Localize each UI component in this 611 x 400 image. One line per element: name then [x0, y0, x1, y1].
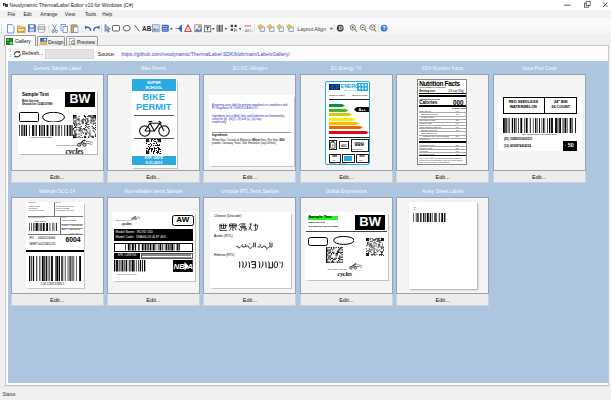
svg-text:AB: AB: [142, 25, 152, 32]
svg-text:?: ?: [383, 26, 386, 32]
svg-text:cycles: cycles: [338, 269, 353, 276]
svg-text:Layout Align: Layout Align: [298, 26, 326, 32]
svg-text:A++: A++: [358, 107, 366, 111]
svg-text:cycles: cycles: [66, 147, 84, 155]
svg-text:A: A: [186, 262, 193, 271]
svg-text:D: D: [337, 25, 342, 31]
svg-text:cycles: cycles: [121, 221, 131, 226]
svg-text:NB: NB: [173, 262, 185, 271]
svg-text:ABC: ABC: [245, 28, 253, 33]
